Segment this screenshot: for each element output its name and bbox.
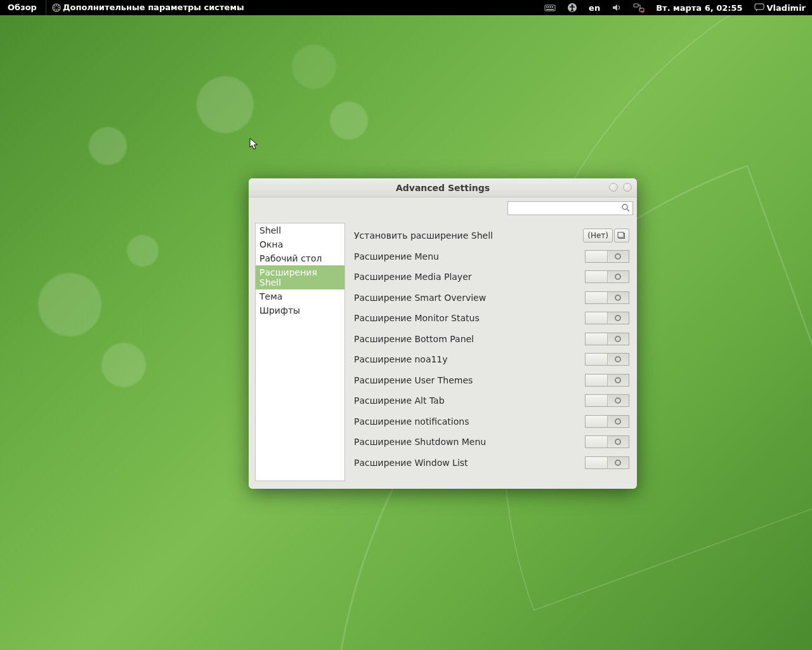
- install-extension-row: Установить расширение Shell (Нет): [354, 225, 629, 246]
- extension-toggle[interactable]: [585, 415, 629, 428]
- extension-toggle[interactable]: [585, 394, 629, 407]
- window-title: Advanced Settings: [396, 183, 490, 193]
- window-titlebar[interactable]: Advanced Settings: [249, 178, 637, 197]
- mouse-cursor: [249, 138, 259, 153]
- search-icon: [621, 202, 630, 215]
- off-indicator-icon: [615, 460, 621, 466]
- off-indicator-icon: [615, 397, 621, 404]
- svg-rect-1: [545, 5, 555, 11]
- extension-row: Расширение Smart Overview: [354, 288, 629, 308]
- svg-point-14: [622, 204, 627, 209]
- svg-line-15: [627, 209, 629, 211]
- install-extension-label: Установить расширение Shell: [354, 230, 583, 241]
- extension-row: Расширение Window List: [354, 453, 629, 474]
- active-app-label: Дополнительные параметры системы: [63, 0, 244, 15]
- svg-rect-2: [546, 9, 554, 10]
- off-indicator-icon: [615, 356, 621, 362]
- content-pane: Установить расширение Shell (Нет) Расшир…: [351, 223, 631, 481]
- extension-label: Расширение Smart Overview: [354, 293, 585, 303]
- extension-label: Расширение notifications: [354, 416, 585, 427]
- sidebar-item-5[interactable]: Шрифты: [256, 303, 344, 317]
- extension-toggle[interactable]: [585, 374, 629, 387]
- off-indicator-icon: [615, 274, 621, 280]
- extension-row: Расширение Menu: [354, 246, 629, 267]
- top-panel: Обзор Дополнительные параметры системы e…: [0, 0, 812, 15]
- extension-row: Расширение noa11y: [354, 349, 629, 370]
- extension-toggle[interactable]: [585, 270, 629, 283]
- svg-rect-13: [755, 4, 764, 10]
- extension-toggle[interactable]: [585, 333, 629, 345]
- extension-toggle[interactable]: [585, 435, 629, 448]
- off-indicator-icon: [615, 377, 621, 383]
- sidebar-item-4[interactable]: Тема: [256, 289, 344, 303]
- off-indicator-icon: [615, 439, 621, 445]
- svg-rect-9: [634, 4, 638, 7]
- off-indicator-icon: [615, 295, 621, 301]
- keyboard-layout-indicator[interactable]: en: [589, 3, 600, 13]
- status-chat-icon: [754, 3, 764, 12]
- extension-row: Расширение Bottom Panel: [354, 329, 629, 350]
- extension-label: Расширение Shutdown Menu: [354, 437, 585, 447]
- extension-row: Расширение Media Player: [354, 267, 629, 288]
- extension-toggle[interactable]: [585, 312, 629, 324]
- extension-row: Расширение notifications: [354, 411, 629, 432]
- extension-toggle[interactable]: [585, 353, 629, 366]
- off-indicator-icon: [615, 418, 621, 425]
- install-extension-combo[interactable]: (Нет): [583, 229, 613, 242]
- extension-row: Расширение Monitor Status: [354, 308, 629, 329]
- network-icon[interactable]: [633, 3, 645, 13]
- accessibility-icon[interactable]: [567, 3, 577, 13]
- sidebar-item-1[interactable]: Окна: [256, 237, 344, 251]
- search-input[interactable]: [511, 204, 619, 213]
- extension-label: Расширение Bottom Panel: [354, 334, 585, 344]
- extension-row: Расширение User Themes: [354, 370, 629, 391]
- activities-button[interactable]: Обзор: [0, 0, 44, 15]
- extension-toggle[interactable]: [585, 291, 629, 304]
- extension-label: Расширение Window List: [354, 458, 585, 468]
- volume-icon[interactable]: [612, 3, 622, 13]
- sidebar-item-2[interactable]: Рабочий стол: [256, 251, 344, 265]
- clock[interactable]: Вт. марта 6, 02:55: [656, 3, 742, 13]
- svg-rect-5: [550, 6, 551, 8]
- search-box[interactable]: [508, 201, 633, 215]
- advanced-settings-window: Advanced Settings ShellОкнаРабочий столР…: [249, 178, 637, 489]
- extension-row: Расширение Alt Tab: [354, 390, 629, 411]
- active-app-button[interactable]: Дополнительные параметры системы: [46, 0, 249, 15]
- extension-label: Расширение Menu: [354, 251, 585, 262]
- svg-rect-4: [548, 6, 549, 8]
- minimize-button[interactable]: [609, 183, 618, 192]
- off-indicator-icon: [615, 253, 621, 260]
- extension-label: Расширение Alt Tab: [354, 395, 585, 406]
- extension-label: Расширение noa11y: [354, 354, 585, 364]
- install-extension-browse-button[interactable]: [614, 229, 629, 242]
- user-name: Vladimir: [767, 3, 806, 13]
- keyboard-icon[interactable]: [544, 3, 556, 12]
- extension-toggle[interactable]: [585, 456, 629, 469]
- svg-rect-6: [552, 6, 553, 8]
- close-button[interactable]: [623, 183, 632, 192]
- user-menu[interactable]: Vladimir: [754, 3, 806, 13]
- category-sidebar: ShellОкнаРабочий столРасширения ShellТем…: [255, 223, 345, 481]
- extension-toggle[interactable]: [585, 250, 629, 263]
- extension-label: Расширение Media Player: [354, 272, 585, 282]
- extension-label: Расширение Monitor Status: [354, 313, 585, 323]
- app-menu-icon: [51, 3, 62, 13]
- svg-rect-3: [546, 6, 547, 8]
- svg-point-8: [572, 4, 573, 6]
- off-indicator-icon: [615, 336, 621, 342]
- svg-rect-17: [618, 232, 624, 237]
- extension-row: Расширение Shutdown Menu: [354, 432, 629, 453]
- folder-icon: [617, 231, 626, 240]
- toolbar: [249, 197, 637, 219]
- extension-label: Расширение User Themes: [354, 375, 585, 385]
- off-indicator-icon: [615, 315, 621, 321]
- sidebar-item-0[interactable]: Shell: [256, 223, 344, 237]
- sidebar-item-3[interactable]: Расширения Shell: [256, 265, 344, 289]
